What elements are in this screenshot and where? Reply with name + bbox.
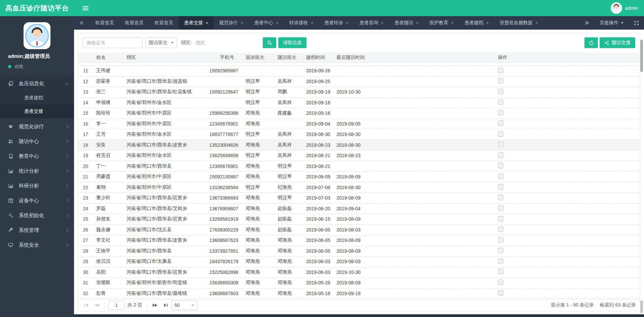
table-row[interactable]: 18安良河南省/周口市/西华县/皮营乡13523004626邓海燕吴凤祥2019… [78, 140, 640, 150]
tab-close-icon[interactable]: × [311, 21, 314, 25]
sidebar-item[interactable]: 科研分析 [0, 178, 74, 193]
table-row[interactable]: 11王伟健150929858872019-09-26 [78, 65, 640, 76]
tab[interactable]: 规范诊疗× [214, 16, 249, 30]
row-checkbox[interactable] [498, 89, 503, 94]
navbar-user[interactable]: admin [611, 2, 644, 14]
row-checkbox[interactable] [498, 142, 503, 147]
row-checkbox[interactable] [498, 120, 503, 126]
sidebar-item[interactable]: 血压信息化 [0, 76, 74, 91]
table-row[interactable]: 15陈玲玲河南省/郑州市/中原区15968256398邓海燕晁建鑫2019-09… [78, 108, 640, 118]
row-checkbox[interactable] [498, 248, 503, 253]
tab-close-icon[interactable]: × [486, 21, 489, 25]
read-info-button[interactable]: 读取信息 [278, 37, 307, 48]
row-checkbox[interactable] [498, 131, 503, 137]
tabs-scroll-right-button[interactable] [579, 16, 594, 30]
last-page-button[interactable] [161, 301, 170, 310]
row-checkbox[interactable] [498, 174, 503, 179]
fullscreen-button[interactable] [629, 16, 644, 30]
table-row[interactable]: 23董少轩河南省/周口市/西华县/迟营乡13673366683邓海燕明汉琴201… [78, 192, 640, 203]
refresh-button[interactable] [584, 37, 598, 48]
sidebar-item[interactable]: 统计分析 [0, 164, 74, 178]
prev-page-button[interactable] [93, 301, 101, 310]
tab[interactable]: 转诊接收× [284, 16, 319, 30]
table-row[interactable]: 20丁一河南省/周口市/西华县12345678901邓海燕明汉琴2019-08-… [78, 161, 640, 172]
region-input[interactable] [192, 37, 261, 48]
tab-close-icon[interactable]: × [535, 21, 538, 25]
row-checkbox[interactable] [498, 99, 503, 105]
sidebar-item[interactable]: 系统管理 [0, 223, 74, 238]
table-row[interactable]: 19程克召河南省/郑州市/金水区15625658658明汉琴吴凤祥2019-08… [78, 150, 640, 161]
tab-close-icon[interactable]: × [276, 21, 278, 25]
table-row[interactable]: 14申福继河南省/郑州市/金水区明汉琴吴凤祥2019-09-18 [78, 97, 640, 108]
row-checkbox[interactable] [498, 195, 503, 200]
table-row[interactable]: 12邵晏香河南省/周口市/西华县/逍遥镇明汉琴吴凤祥2019-09-25 [78, 76, 640, 87]
row-checkbox[interactable] [498, 78, 503, 83]
sidebar-item[interactable]: 系统安全 [0, 238, 74, 252]
table-row[interactable]: 26魏永娜河南省/周口市/沈丘县17639300229邓海燕赵振磊2019-06… [78, 224, 640, 235]
page-size-select[interactable]: 50 [172, 301, 197, 310]
row-checkbox[interactable] [498, 110, 503, 115]
row-checkbox[interactable] [498, 68, 503, 73]
row-checkbox[interactable] [498, 205, 503, 211]
tab-close-icon[interactable]: × [241, 21, 243, 25]
tab-close-icon[interactable]: × [451, 21, 454, 25]
page-number-input[interactable] [108, 301, 124, 310]
sidebar-item[interactable]: 教育中心 [0, 149, 74, 164]
table-row[interactable]: 13张三河南省/周口市/西华县/红花集镇15092129647明汉琴周鹏2019… [78, 86, 640, 97]
table-row[interactable]: 29徐贝贝河南省/周口市/太康县18437826179邓海燕邓海燕2019-06… [78, 256, 640, 267]
tab-close-icon[interactable]: × [346, 21, 349, 25]
row-checkbox[interactable] [498, 163, 503, 168]
row-checkbox[interactable] [498, 290, 503, 295]
tab-operations-dropdown[interactable]: 页签操作 [594, 16, 629, 30]
table-row[interactable]: 30岳阳河南省/周口市/西华县/迟营乡15225062898邓海燕邓海燕2019… [78, 267, 640, 278]
vertical-scrollbar-thumb[interactable] [640, 40, 643, 72]
sidebar-subitem[interactable]: 患者交接 [0, 104, 74, 118]
table-row[interactable]: 32彭青河南省/周口市/西华县/聂堆镇13608687603邓海燕邓海燕2019… [78, 288, 640, 299]
tab[interactable]: 张楚若血糖数据× [494, 16, 543, 30]
sidebar-item[interactable]: 随访中心 [0, 134, 74, 149]
followup-handover-button[interactable]: 随访交接 [600, 37, 635, 48]
tab[interactable]: 患者建档× [459, 16, 494, 30]
first-page-button[interactable] [82, 301, 91, 310]
tab[interactable]: 欢迎首页 [90, 16, 119, 30]
tab[interactable]: 患者转诊× [319, 16, 354, 30]
row-checkbox[interactable] [498, 269, 503, 274]
table-row[interactable]: 31张耀辉河南省/郑州市/新密市/苟堂镇15638850309邓海燕邓海燕201… [78, 277, 640, 288]
grid-scrollbar-thumb[interactable] [640, 301, 643, 313]
table-row[interactable]: 16李一河南省/郑州市/中原区12345678901邓海燕2019-09-042… [78, 118, 640, 129]
table-row[interactable]: 17王芳河南省/郑州市/金水区18837778677明汉琴吴凤祥2019-08-… [78, 129, 640, 140]
idcard-input[interactable] [83, 37, 143, 48]
row-checkbox[interactable] [498, 216, 503, 221]
row-checkbox[interactable] [498, 280, 503, 285]
table-row[interactable]: 27李文社河南省/周口市/西华县/皮营乡13608687623邓海燕邓海燕201… [78, 235, 640, 246]
tab[interactable]: 欢迎首页 [149, 16, 179, 30]
table-row[interactable]: 28王艳平河南省/周口市/西华县13373927851邓海燕邓海燕2019-06… [78, 246, 640, 256]
sidebar-item[interactable]: 系统初始化 [0, 208, 74, 223]
row-checkbox[interactable] [498, 237, 503, 243]
table-row[interactable]: 25孙慧友河南省/周口市/西华县/迟营乡13269581919邓海燕赵振磊201… [78, 214, 640, 224]
tab-close-icon[interactable]: × [206, 21, 208, 25]
tab-close-icon[interactable]: × [381, 21, 384, 25]
table-row[interactable]: 22秦翔河南省/郑州市/中原区13106236584明汉琴纪海燕2019-07-… [78, 182, 640, 193]
table-row[interactable]: 24罗磊河南省/周口市/西华县/艾岗乡13676959607邓海燕赵振磊2019… [78, 203, 640, 214]
sidebar-toggle-button[interactable] [79, 0, 92, 16]
tab[interactable]: 患者交接× [179, 16, 214, 30]
tab[interactable]: 患者中心× [249, 16, 284, 30]
tab[interactable]: 患者随访× [389, 16, 424, 30]
tab-close-icon[interactable]: × [416, 21, 419, 25]
tabs-scroll-left-button[interactable] [74, 16, 90, 30]
row-checkbox[interactable] [498, 258, 503, 264]
tab[interactable]: 患者咨询× [354, 16, 389, 30]
table-row[interactable]: 21周豪霞河南省/郑州市/中原区15092130887邓海燕明汉琴2019-08… [78, 171, 640, 182]
next-page-button[interactable] [151, 301, 159, 310]
sidebar-item[interactable]: 设备中心 [0, 193, 74, 208]
followup-doctor-select[interactable]: 随访医生 [145, 37, 177, 48]
row-checkbox[interactable] [498, 226, 503, 232]
row-checkbox[interactable] [498, 152, 503, 158]
sidebar-item[interactable]: 规范化诊疗 [0, 119, 74, 134]
row-checkbox[interactable] [498, 184, 503, 189]
tab[interactable]: 医护教育× [424, 16, 459, 30]
tab[interactable]: 欢迎首页 [119, 16, 149, 30]
search-button[interactable] [263, 37, 276, 48]
sidebar-subitem[interactable]: 患者建档 [0, 91, 74, 104]
